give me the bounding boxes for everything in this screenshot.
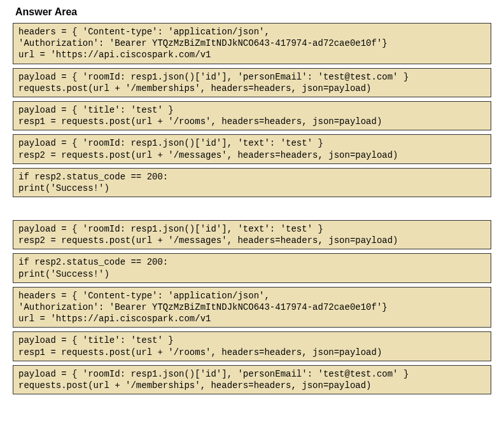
page-title: Answer Area — [15, 6, 498, 18]
code-block: payload = { 'roomId: resp1.json()['id'],… — [13, 134, 491, 163]
code-block: payload = { 'roomId: resp1.json()['id'],… — [13, 220, 491, 249]
code-block: payload = { 'title': 'test' } resp1 = re… — [13, 101, 491, 130]
code-block: payload = { 'roomId: resp1.json()['id'],… — [13, 365, 491, 394]
code-block: if resp2.status_code == 200: print('Succ… — [13, 168, 491, 197]
code-block: headers = { 'Content-type': 'application… — [13, 23, 491, 64]
code-block: if resp2.status_code == 200: print('Succ… — [13, 253, 491, 282]
code-block: payload = { 'title': 'test' } resp1 = re… — [13, 331, 491, 361]
code-block: payload = { 'roomId: resp1.json()['id'],… — [13, 68, 491, 97]
code-block: headers = { 'Content-type': 'application… — [13, 287, 491, 328]
